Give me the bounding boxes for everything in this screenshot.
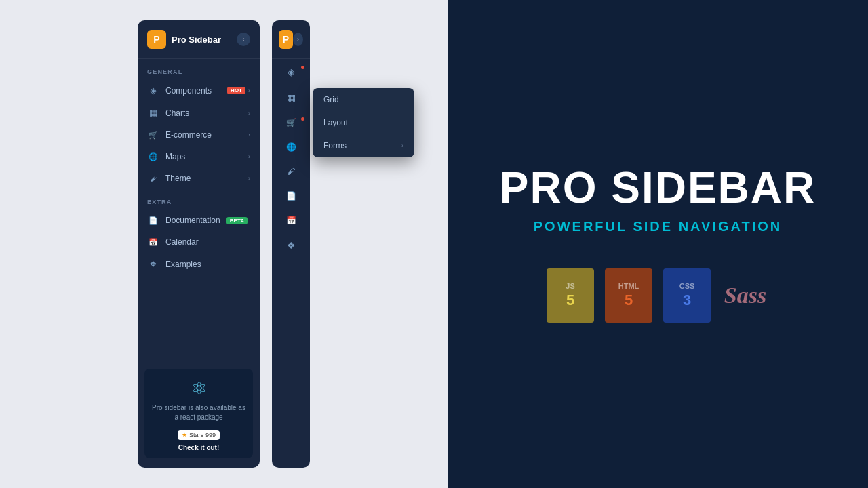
collapsed-item-maps[interactable]: 🌐 [272,135,310,159]
hot-badge: Hot [227,87,245,94]
dot-indicator [301,117,304,121]
maps-label: Maps [165,152,248,161]
chevron-right-icon: › [248,175,250,182]
sidebar-item-maps[interactable]: 🌐 Maps › [138,146,260,167]
dot-indicator [301,66,304,69]
hero-title: PRO SIDEBAR [500,166,816,209]
sidebar-full: P Pro Sidebar ‹ GENERAL ◈ Components Hot… [138,20,260,468]
sidebar-item-examples[interactable]: ❖ Examples [138,253,260,275]
chevron-right-icon: › [248,131,250,138]
cart-icon: 🛒 [147,131,159,140]
collapsed-item-theme[interactable]: 🖌 [272,159,310,184]
collapsed-item-charts[interactable]: ▦ [272,85,310,110]
stars-badge: ★ Stars 999 [178,430,220,440]
css-top-label: CSS [679,282,695,290]
dropdown-item-grid[interactable]: Grid [313,88,414,111]
theme-label: Theme [165,174,248,183]
general-section-label: GENERAL [138,59,260,79]
chevron-right-icon: › [248,87,250,94]
tech-icons: JS 5 HTML 5 CSS 3 Sass [547,268,769,323]
sidebar-collapsed: P › ◈ ▦ 🛒 🌐 🖌 📄 📅 ❖ [272,20,310,468]
sass-label: Sass [724,283,766,308]
stars-label: Stars [189,432,203,439]
doc-icon: 📄 [286,191,296,201]
star-icon: ❖ [147,259,159,269]
js-top-label: JS [566,282,574,290]
collapsed-item-ecommerce[interactable]: 🛒 [272,110,310,135]
calendar-icon: 📅 [147,238,159,247]
sidebar-item-calendar[interactable]: 📅 Calendar [138,231,260,253]
chevron-left-icon: ‹ [243,36,245,43]
brand-icon-collapsed: P [279,30,293,49]
right-panel: PRO SIDEBAR POWERFUL SIDE NAVIGATION JS … [448,0,868,488]
css-number: 3 [683,291,691,309]
documentation-label: Documentation [165,216,226,225]
grid-label: Grid [323,95,339,104]
calendar-icon: 📅 [286,216,296,225]
examples-label: Examples [165,260,250,269]
forms-label: Forms [323,141,347,150]
dropdown-item-forms[interactable]: Forms › [313,134,414,157]
stars-count: 999 [205,432,216,439]
brand-name: Pro Sidebar [172,35,221,45]
collapsed-item-components[interactable]: ◈ [272,59,310,85]
sidebar-item-documentation[interactable]: 📄 Documentation Beta [138,209,260,231]
ecommerce-label: E-commerce [165,130,248,140]
react-icon: ⚛ [151,378,246,399]
sidebar-item-components[interactable]: ◈ Components Hot › [138,79,260,102]
beta-badge: Beta [226,217,248,224]
html-top-label: HTML [618,282,639,290]
sidebar-item-charts[interactable]: ▦ Charts › [138,102,260,124]
sass-logo: Sass [722,268,769,323]
collapse-button[interactable]: ‹ [237,33,250,46]
check-link[interactable]: Check it out! [151,444,246,451]
left-panel: P Pro Sidebar ‹ GENERAL ◈ Components Hot… [0,0,448,488]
collapsed-header: P › [272,20,310,59]
calendar-label: Calendar [165,237,250,247]
chevron-right-icon: › [248,110,250,117]
globe-icon: 🌐 [147,152,159,161]
components-label: Components [165,86,227,96]
html-number: 5 [625,291,633,309]
dropdown-item-layout[interactable]: Layout [313,111,414,134]
globe-icon: 🌐 [286,142,296,152]
collapsed-item-examples[interactable]: ❖ [272,232,310,258]
chevron-right-icon: › [248,153,250,160]
diamond-icon: ◈ [147,85,159,96]
sidebar-item-ecommerce[interactable]: 🛒 E-commerce › [138,124,260,146]
css-shield: CSS 3 [663,268,711,323]
chart-icon: ▦ [287,92,296,103]
star-icon: ❖ [287,240,296,251]
brand-icon: P [147,30,166,49]
charts-label: Charts [165,108,248,118]
sidebar-item-theme[interactable]: 🖌 Theme › [138,167,260,189]
html-shield: HTML 5 [605,268,652,323]
hero-subtitle: POWERFUL SIDE NAVIGATION [534,219,782,235]
promo-box: ⚛ Pro sidebar is also available as a rea… [144,369,253,458]
expand-button[interactable]: › [293,33,303,46]
star-icon: ★ [182,432,187,439]
extra-section-label: EXTRA [138,189,260,209]
brand: P Pro Sidebar [147,30,221,49]
collapsed-item-doc[interactable]: 📄 [272,184,310,208]
doc-icon: 📄 [147,216,159,225]
chevron-right-icon: › [401,142,403,149]
promo-text: Pro sidebar is also available as a react… [151,403,246,422]
sidebar-header: P Pro Sidebar ‹ [138,20,260,59]
js-shield: JS 5 [547,268,594,323]
layout-label: Layout [323,118,348,127]
chart-icon: ▦ [147,108,159,118]
cart-icon: 🛒 [286,118,296,127]
chevron-right-icon: › [297,36,299,43]
diamond-icon: ◈ [288,66,295,77]
dropdown-popup: Grid Layout Forms › [313,88,414,157]
brush-icon: 🖌 [147,174,159,182]
collapsed-item-calendar[interactable]: 📅 [272,208,310,232]
brush-icon: 🖌 [287,167,295,176]
js-number: 5 [566,291,574,309]
